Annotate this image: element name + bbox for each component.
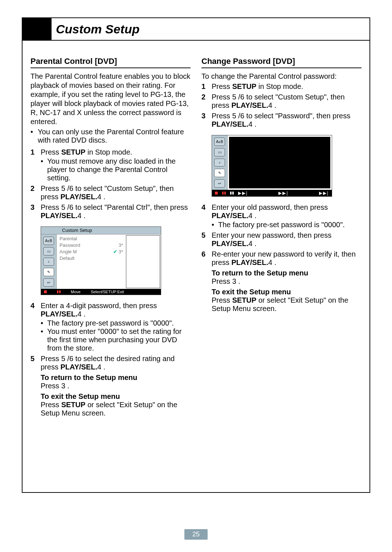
text: /	[65, 203, 69, 211]
content-columns: Parental Control [DVD] The Parental Cont…	[23, 41, 369, 417]
text: /	[65, 184, 69, 192]
play-sel-key: PLAY/SEL.	[60, 193, 97, 201]
return-heading: To return to the Setup menu	[41, 373, 191, 382]
title-band: Custom Setup	[23, 18, 369, 41]
osd-icon-display: ▭	[43, 247, 54, 255]
osd-menu-labels: Parental Password3* Angle M✔ 3* Default	[57, 234, 126, 289]
text: .	[253, 212, 257, 220]
text: Press	[41, 184, 61, 192]
text: .	[101, 193, 105, 201]
osd-icon-custom: ✎	[214, 169, 225, 177]
setup-key: SETUP	[232, 296, 257, 304]
section-heading-parental: Parental Control [DVD]	[30, 57, 191, 66]
exit-heading: To exit the Setup menu	[212, 288, 362, 296]
step-1: 1 Press SETUP in Stop mode. • You must r…	[30, 148, 191, 182]
osd-icon-audio: ♪	[43, 258, 54, 266]
left-column: Parental Control [DVD] The Parental Cont…	[30, 55, 191, 417]
step-4: 4 Enter a 4-digit password, then press P…	[30, 302, 191, 352]
osd-value: 3*	[119, 242, 123, 248]
text: /	[236, 112, 240, 120]
step-number: 1	[30, 148, 36, 182]
exit-block: To exit the Setup menu Press SETUP or se…	[212, 288, 362, 313]
text: /	[236, 93, 240, 101]
step-number: 5	[201, 231, 207, 248]
note-text: You can only use the Parental Control fe…	[38, 128, 191, 144]
text: Press	[41, 401, 61, 409]
step-number: 3	[30, 203, 36, 220]
text: Press	[212, 277, 232, 285]
step-number: 2	[201, 93, 207, 110]
osd-label: Password	[60, 242, 80, 248]
text: .	[65, 382, 69, 390]
down-glyph: 6	[240, 93, 244, 101]
note-text: The factory pre-set password is "0000".	[47, 319, 174, 327]
password-steps-cont: 4 Enter your old password, then press PL…	[201, 203, 362, 267]
enter-glyph: 4	[78, 212, 82, 220]
bullet: •	[41, 319, 44, 327]
heading-rule	[201, 68, 362, 68]
text: Press	[41, 382, 61, 390]
heading-rule	[30, 68, 191, 68]
step-5: 5 Press 5 /6 to select the desired ratin…	[30, 355, 191, 371]
skip-next-icon: ▶▶|	[278, 191, 288, 196]
up-glyph: 5	[61, 184, 65, 192]
text: Enter your old password, then press	[212, 203, 328, 211]
text: .	[253, 240, 257, 248]
step-number: 2	[30, 184, 36, 201]
page-title: Custom Setup	[52, 18, 369, 40]
step-1: 1 Press SETUP in Stop mode.	[201, 82, 362, 91]
parental-intro-notes: • You can only use the Parental Control …	[30, 128, 191, 144]
parental-steps: 1 Press SETUP in Stop mode. • You must r…	[30, 148, 191, 220]
step-number: 4	[30, 302, 36, 352]
text: Press	[212, 82, 232, 90]
stop-icon	[44, 290, 47, 293]
page-frame: Custom Setup Parental Control [DVD] The …	[22, 17, 370, 493]
exit-block: To exit the Setup menu Press SETUP or se…	[41, 392, 191, 417]
text: to select "Parental Ctrl", then press	[73, 203, 188, 211]
osd-footer: Move Select/SETUP:Exit	[41, 289, 161, 295]
enter-glyph: 4	[97, 193, 101, 201]
text: Press	[41, 355, 61, 363]
setup-key: SETUP	[61, 401, 86, 409]
play-sel-key: PLAY/SEL.	[212, 120, 249, 128]
return-heading: To return to the Setup menu	[212, 269, 362, 277]
down-glyph: 6	[69, 355, 73, 363]
left-glyph: 3	[232, 277, 236, 285]
title-accent	[23, 18, 52, 40]
osd-icon-language: AᴄB	[43, 237, 54, 245]
text: .	[236, 277, 240, 285]
step-number: 6	[201, 250, 207, 267]
osd-label: Default	[60, 255, 74, 261]
password-steps: 1 Press SETUP in Stop mode. 2 Press 5 /6…	[201, 82, 362, 128]
play-sel-key: PLAY/SEL.	[212, 212, 249, 220]
text: .	[272, 101, 276, 109]
play-sel-key: PLAY/SEL.	[231, 258, 268, 266]
note-text: You must enter "0000" to set the rating …	[47, 327, 191, 352]
osd-icon-audio: ♪	[214, 159, 225, 167]
text: Press	[212, 93, 232, 101]
up-glyph: 5	[232, 112, 236, 120]
step-number: 1	[201, 82, 207, 91]
down-glyph: 6	[240, 112, 244, 120]
text: .	[272, 258, 276, 266]
enter-glyph: 4	[268, 101, 272, 109]
text: .	[253, 120, 257, 128]
password-intro: To change the Parental Control password:	[201, 72, 362, 81]
bullet: •	[41, 157, 44, 182]
text: Enter a 4-digit password, then press	[41, 302, 157, 310]
skip-next-icon: ▶▶|	[238, 191, 248, 196]
play-sel-key: PLAY/SEL.	[41, 310, 78, 318]
section-heading-password: Change Password [DVD]	[201, 57, 362, 66]
up-glyph: 5	[61, 203, 65, 211]
step-number: 4	[201, 203, 207, 229]
page-number: 25	[184, 529, 208, 540]
text: Press	[212, 296, 232, 304]
text: in Stop mode.	[85, 148, 132, 156]
step-2: 2 Press 5 /6 to select "Custom Setup", t…	[30, 184, 191, 201]
text: Press	[41, 148, 61, 156]
enter-glyph: 4	[249, 120, 253, 128]
osd-sidebar: AᴄB ▭ ♪ ✎ ↩	[41, 234, 57, 289]
osd-label: Angle M	[60, 249, 77, 254]
osd-title: Custom Setup	[41, 227, 161, 234]
text: to select "Password", then press	[244, 112, 350, 120]
